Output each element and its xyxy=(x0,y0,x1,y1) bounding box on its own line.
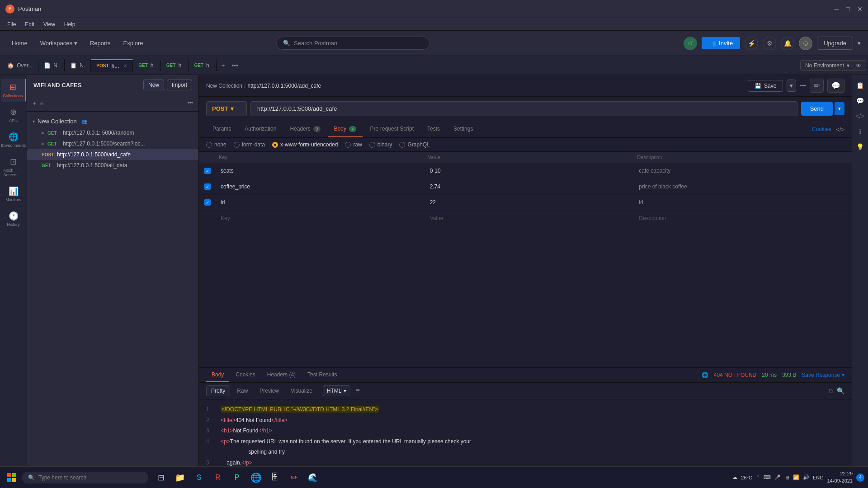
tab-authorization[interactable]: Authorization xyxy=(238,121,283,137)
row2-value[interactable]: 2.74 xyxy=(428,182,637,192)
radio-urlencoded[interactable]: x-www-form-urlencoded xyxy=(272,141,338,148)
rs-lightbulb-icon[interactable]: 💡 xyxy=(854,140,867,154)
taskbar-pycharm[interactable]: P xyxy=(228,469,246,487)
tab-params[interactable]: Params xyxy=(206,121,237,137)
more-tabs-icon[interactable]: ••• xyxy=(230,62,240,69)
tab-body[interactable]: Body ● xyxy=(328,121,363,137)
close-button[interactable]: ✕ xyxy=(857,5,863,13)
res-tab-headers[interactable]: Headers (4) xyxy=(262,368,301,382)
save-response-button[interactable]: Save Response ▾ xyxy=(802,372,844,378)
row2-key[interactable]: coffee_price xyxy=(219,182,428,192)
tab-file-1[interactable]: 📄 N. xyxy=(38,60,65,71)
row2-checkbox[interactable]: ✓ xyxy=(204,183,211,190)
row3-desc[interactable]: id xyxy=(637,197,846,207)
save-button[interactable]: 💾 Find and Replace Save xyxy=(748,80,783,92)
menu-file[interactable]: File xyxy=(4,20,19,28)
tab-get-3[interactable]: GET h. xyxy=(189,60,217,71)
sync-icon[interactable]: ↺ xyxy=(684,37,697,50)
sort-icon[interactable]: ≡ xyxy=(40,99,43,107)
rs-info-icon[interactable]: ℹ xyxy=(854,125,867,138)
tab-tests[interactable]: Tests xyxy=(421,121,446,137)
new-button[interactable]: New xyxy=(143,80,164,90)
taskbar-wifi-icon[interactable]: 📶 xyxy=(793,474,799,480)
send-button[interactable]: Send xyxy=(801,102,833,116)
format-visualize[interactable]: Visualize xyxy=(286,385,317,396)
window-controls[interactable]: ─ □ ✕ xyxy=(835,5,863,13)
format-raw[interactable]: Raw xyxy=(232,385,253,396)
minimize-button[interactable]: ─ xyxy=(835,5,839,13)
taskbar-file-explorer[interactable]: 📁 xyxy=(171,469,189,487)
nav-explore[interactable]: Explore xyxy=(119,38,148,48)
send-dropdown-button[interactable]: ▾ xyxy=(835,102,844,115)
taskbar-pencil[interactable]: ✏ xyxy=(285,469,303,487)
url-input[interactable] xyxy=(250,101,797,116)
tab-get-2[interactable]: GET h. xyxy=(161,60,189,71)
comment-icon[interactable]: 💬 xyxy=(827,79,844,93)
sidebar-item-environments[interactable]: 🌐 Environments xyxy=(1,128,26,151)
wrap-icon[interactable]: ≡ xyxy=(356,387,360,395)
add-collection-icon[interactable]: + xyxy=(33,99,36,107)
sidebar-item-mock-servers[interactable]: ⊡ Mock Servers xyxy=(1,153,26,181)
format-type-select[interactable]: HTML ▾ xyxy=(323,385,350,396)
placeholder-key[interactable]: Key xyxy=(219,213,428,223)
taskbar-edge[interactable]: 🌊 xyxy=(304,469,322,487)
more-options-icon[interactable]: ••• xyxy=(800,82,806,89)
nav-reports[interactable]: Reports xyxy=(85,38,115,48)
notification-badge[interactable]: 4 xyxy=(856,474,864,482)
row1-checkbox[interactable]: ✓ xyxy=(204,168,211,174)
tab-file-2[interactable]: 📋 N. xyxy=(65,60,91,71)
upgrade-button[interactable]: Upgrade xyxy=(817,37,853,50)
taskbar-task-view[interactable]: ⊟ xyxy=(152,469,170,487)
tab-settings[interactable]: Settings xyxy=(447,121,479,137)
taskbar-ruby[interactable]: R xyxy=(209,469,227,487)
sidebar-item-history[interactable]: 🕐 History xyxy=(1,207,26,230)
invite-button[interactable]: 👥 Invite xyxy=(702,37,740,49)
radio-form-data[interactable]: form-data xyxy=(234,141,265,148)
radio-raw[interactable]: raw xyxy=(345,141,362,148)
menu-view[interactable]: View xyxy=(40,20,59,28)
format-preview[interactable]: Preview xyxy=(255,385,284,396)
sidebar-item-monitors[interactable]: 📊 Monitors xyxy=(1,183,26,206)
row1-value[interactable]: 0-10 xyxy=(428,166,637,176)
copy-icon[interactable]: ⧉ xyxy=(829,387,833,395)
row1-key[interactable]: seats xyxy=(219,166,428,176)
request-item-all-data[interactable]: GET http://127.0.0.1:5000/all_data xyxy=(27,160,198,171)
row1-desc[interactable]: cafe capacity xyxy=(637,166,846,176)
taskbar-mic-icon[interactable]: 🎤 xyxy=(774,474,781,480)
radio-none[interactable]: none xyxy=(206,141,226,148)
menu-help[interactable]: Help xyxy=(61,20,79,28)
rs-comments-icon[interactable]: 💬 xyxy=(854,94,867,108)
tab-overview[interactable]: 🏠 Over... xyxy=(2,60,38,71)
radio-binary[interactable]: binary xyxy=(369,141,392,148)
maximize-button[interactable]: □ xyxy=(846,5,850,13)
taskbar-s[interactable]: S xyxy=(190,469,208,487)
request-item-search[interactable]: ▶ GET http://127.0.0.1:5000/search?loc..… xyxy=(27,138,198,149)
taskbar-database[interactable]: 🗄 xyxy=(266,469,284,487)
cookies-link[interactable]: Cookies xyxy=(812,126,831,132)
collection-header[interactable]: ▾ New Collection 👥 xyxy=(27,115,198,127)
taskbar-up-icon[interactable]: ⌃ xyxy=(756,474,760,480)
menu-edit[interactable]: Edit xyxy=(21,20,38,28)
code-icon[interactable]: </> xyxy=(836,126,844,133)
search-postman[interactable]: 🔍 Search Postman xyxy=(276,37,430,50)
tab-close-icon[interactable]: ✕ xyxy=(123,63,127,68)
method-select[interactable]: POST ▾ xyxy=(206,101,247,116)
import-button[interactable]: Import xyxy=(167,80,192,90)
sidebar-item-apis[interactable]: ⊛ APIs xyxy=(1,103,26,127)
res-tab-body[interactable]: Body xyxy=(206,368,229,382)
taskbar-keyboard-icon[interactable]: ⌨ xyxy=(764,474,771,480)
row2-desc[interactable]: price of black coffee xyxy=(637,182,846,192)
placeholder-value[interactable]: Value xyxy=(428,213,637,223)
tab-headers[interactable]: Headers 9 xyxy=(283,121,326,137)
rs-code-icon[interactable]: </> xyxy=(854,109,867,123)
upgrade-chevron-icon[interactable]: ▾ xyxy=(858,40,861,47)
nav-home[interactable]: Home xyxy=(7,38,32,48)
taskbar-chrome[interactable]: 🌐 xyxy=(247,469,265,487)
tab-pre-request-script[interactable]: Pre-request Script xyxy=(363,121,420,137)
res-tab-test-results[interactable]: Test Results xyxy=(302,368,342,382)
eye-icon[interactable]: 👁 xyxy=(856,62,861,69)
row3-key[interactable]: id xyxy=(219,197,428,207)
taskbar-cloud[interactable]: ☁ xyxy=(732,474,737,480)
row3-checkbox[interactable]: ✓ xyxy=(204,199,211,206)
taskbar-screen-icon[interactable]: 🖥 xyxy=(784,475,789,480)
